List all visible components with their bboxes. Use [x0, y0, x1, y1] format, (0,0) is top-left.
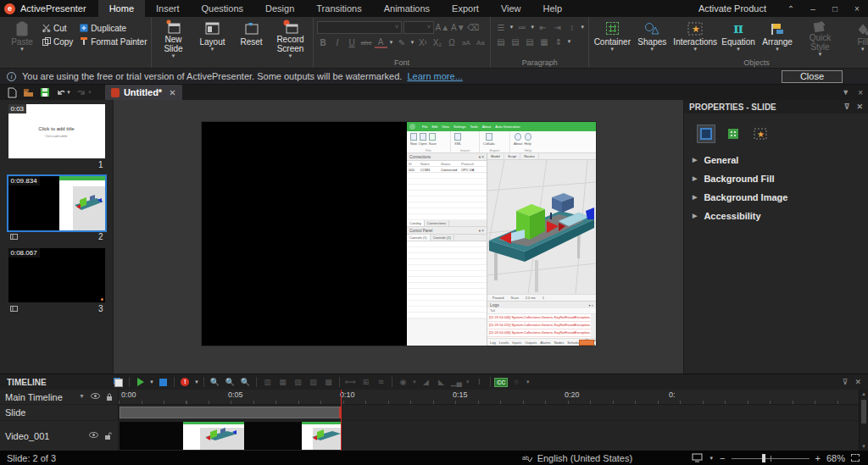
align-left-button[interactable]: ▤: [494, 36, 507, 47]
slide-thumbnail-2[interactable]: 0:09.834: [8, 176, 105, 230]
noise-reduction-icon[interactable]: Ⅰ: [473, 376, 486, 388]
zoom-out-button[interactable]: −: [720, 453, 725, 463]
reset-button[interactable]: Reset: [233, 19, 270, 57]
play-options-chevron[interactable]: ▼: [149, 379, 154, 385]
menu-tab[interactable]: Insert: [145, 0, 191, 17]
pin-panel-icon[interactable]: ⊽: [844, 102, 850, 111]
zoom-out-icon[interactable]: 🔍: [224, 376, 236, 388]
undo-button[interactable]: ▼: [56, 88, 71, 97]
clear-formatting-button[interactable]: ⌫: [467, 22, 480, 34]
zoom-slider[interactable]: [732, 454, 810, 462]
menu-tab[interactable]: View: [490, 0, 532, 17]
cc-options-chevron[interactable]: ▼: [526, 379, 531, 385]
quick-style-button[interactable]: Quick Style▼: [798, 19, 843, 57]
maximize-button[interactable]: □: [824, 0, 846, 17]
timeline-selector[interactable]: Main Timeline ▼: [0, 390, 118, 405]
eye-icon[interactable]: [91, 393, 100, 401]
eye-icon[interactable]: [89, 432, 98, 440]
property-section[interactable]: ▶ Background Fill: [684, 169, 868, 188]
volume-icon[interactable]: ▁▄: [450, 376, 463, 388]
minimize-button[interactable]: –: [802, 0, 824, 17]
tabbar-close-icon[interactable]: ×: [858, 88, 863, 97]
new-document-icon[interactable]: [8, 87, 17, 98]
join-icon[interactable]: ▦: [276, 376, 289, 388]
closed-caption-button[interactable]: CC: [495, 376, 508, 388]
timeline-vertical-scrollbar[interactable]: ▲ ▼: [859, 390, 868, 451]
view-mode-chevron[interactable]: ▼: [709, 456, 714, 461]
align-center-button[interactable]: ▤: [509, 36, 521, 47]
redo-button[interactable]: ▼: [77, 88, 92, 97]
paste-button[interactable]: Paste▼: [3, 19, 41, 57]
zoom-in-icon[interactable]: 🔍: [209, 376, 221, 388]
timeline-ruler[interactable]: 0:000:050:100:150:200:: [119, 390, 859, 405]
slide-2-content[interactable]: FileEdit ViewSettings ToolsAbout Auto Ge…: [202, 122, 596, 346]
stop-button[interactable]: [157, 376, 170, 388]
chevron-down-icon[interactable]: ▼: [79, 393, 85, 401]
properties-tab-interactivity[interactable]: ★: [752, 125, 769, 142]
menu-tab[interactable]: Design: [254, 0, 305, 17]
document-tab-untitled[interactable]: Untitled* ✕: [105, 85, 182, 100]
close-panel-icon[interactable]: ✕: [856, 102, 863, 111]
container-button[interactable]: Container▼: [593, 19, 632, 57]
cut-button[interactable]: Cut: [42, 21, 73, 35]
grow-font-button[interactable]: A▲: [436, 22, 450, 34]
cut-range-icon[interactable]: ▧: [292, 376, 304, 388]
new-slide-button[interactable]: New Slide▼: [155, 19, 192, 57]
learn-more-link[interactable]: Learn more...: [407, 71, 462, 81]
subscript-button[interactable]: X₂: [431, 36, 443, 48]
menu-tab[interactable]: Animations: [373, 0, 441, 17]
open-document-icon[interactable]: [23, 88, 34, 97]
document-close-icon[interactable]: ✕: [169, 88, 175, 97]
layout-button[interactable]: Layout▼: [194, 19, 231, 57]
language-status[interactable]: English (United States): [537, 453, 633, 463]
numbered-list-button[interactable]: ≔: [515, 21, 528, 33]
slide-thumbnail-1[interactable]: 0:03 Click to add title Click to add sub…: [8, 104, 105, 158]
menu-tab[interactable]: Questions: [191, 0, 255, 17]
format-painter-button[interactable]: Format Painter: [80, 35, 147, 48]
video-clip-bar[interactable]: [120, 422, 342, 450]
pin-window-icon[interactable]: ⌃: [780, 0, 802, 17]
underline-button[interactable]: U: [346, 36, 359, 48]
copy-button[interactable]: Copy: [42, 35, 73, 48]
paragraph-spacing-button[interactable]: ⇕: [552, 36, 565, 47]
tab-list-chevron-icon[interactable]: ▼: [842, 88, 849, 97]
menu-tab[interactable]: Home: [98, 0, 145, 17]
bullet-list-button[interactable]: ☰: [494, 21, 507, 33]
play-button[interactable]: [134, 376, 147, 388]
properties-tab-size[interactable]: [725, 125, 742, 142]
pin-timeline-icon[interactable]: ⊽: [843, 378, 849, 386]
justify-button[interactable]: ▦: [537, 36, 550, 47]
zoom-fit-icon[interactable]: 🔍: [239, 376, 252, 388]
align-right-button[interactable]: ▤: [523, 36, 536, 47]
property-section[interactable]: ▶ General: [684, 151, 868, 169]
delete-range-icon[interactable]: ▨: [307, 376, 320, 388]
fill-button[interactable]: Fill▼: [844, 19, 868, 57]
property-section[interactable]: ▶ Accessibility: [684, 207, 868, 225]
increase-indent-button[interactable]: ⇥: [551, 21, 564, 33]
symbol-button[interactable]: Ω: [445, 36, 458, 48]
slide-thumbnail-3[interactable]: 0:08.067: [8, 248, 105, 302]
line-spacing-button[interactable]: ↕: [565, 21, 578, 33]
slide-canvas[interactable]: FileEdit ViewSettings ToolsAbout Auto Ge…: [114, 100, 683, 374]
crop-range-icon[interactable]: ▩: [322, 376, 335, 388]
freeze-frame-icon[interactable]: ⊞: [359, 376, 372, 388]
zoom-slider-handle[interactable]: [762, 454, 765, 462]
activate-product-link[interactable]: Activate Product: [698, 3, 766, 14]
all-slides-icon[interactable]: [112, 376, 125, 388]
record-screen-button[interactable]: Record Screen▼: [272, 19, 309, 57]
lock-icon[interactable]: [106, 393, 113, 401]
fade-in-icon[interactable]: ◢: [420, 376, 432, 388]
record-options-chevron[interactable]: ▼: [194, 379, 199, 385]
view-mode-icon[interactable]: [692, 453, 703, 462]
properties-tab-slide[interactable]: [698, 125, 715, 142]
blur-icon[interactable]: ≋: [375, 376, 387, 388]
timeline-track-area[interactable]: 0:000:050:100:150:200:: [119, 390, 868, 451]
unlock-icon[interactable]: [104, 432, 113, 440]
track-label-video[interactable]: Video_001: [0, 421, 118, 451]
strikethrough-button[interactable]: abc: [360, 36, 373, 48]
split-icon[interactable]: ▥: [261, 376, 274, 388]
fade-out-icon[interactable]: ◣: [435, 376, 448, 388]
decrease-indent-button[interactable]: ⇤: [537, 21, 549, 33]
arrange-button[interactable]: Arrange▼: [759, 19, 796, 57]
equation-button[interactable]: π Equation▼: [720, 19, 757, 57]
